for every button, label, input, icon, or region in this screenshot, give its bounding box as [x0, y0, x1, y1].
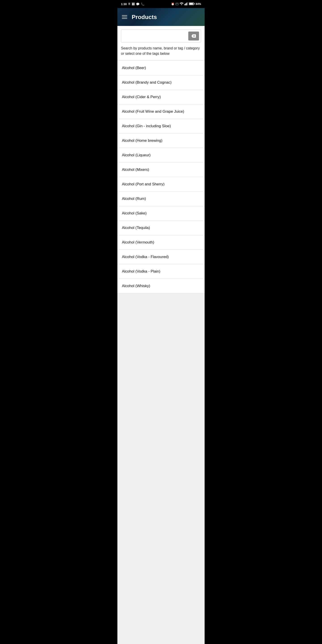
list-item[interactable]: Alcohol (Rum) [118, 192, 204, 206]
chat-icon: 💬 [136, 2, 140, 6]
svg-rect-3 [187, 2, 188, 5]
hamburger-line-2 [122, 17, 127, 17]
list-item[interactable]: Alcohol (Gin - including Sloe) [118, 119, 204, 134]
list-item[interactable]: Alcohol (Mixers) [118, 162, 204, 177]
list-item[interactable]: Alcohol (Liqueur) [118, 148, 204, 162]
svg-rect-1 [185, 3, 186, 5]
list-item[interactable]: Alcohol (Brandy and Cognac) [118, 75, 204, 90]
svg-rect-0 [184, 4, 185, 5]
header-background [118, 8, 204, 26]
wifi-icon [180, 2, 184, 6]
main-content: Search by products name, brand or tag / … [118, 26, 204, 644]
search-input[interactable] [121, 31, 186, 41]
list-item[interactable]: Alcohol (Vermouth) [118, 235, 204, 250]
svg-rect-2 [186, 3, 187, 5]
list-item[interactable]: Alcohol (Vodka - Flavoured) [118, 250, 204, 264]
list-item[interactable]: Alcohol (Whisky) [118, 279, 204, 294]
list-item[interactable]: Alcohol (Cider & Perry) [118, 90, 204, 104]
page-title: Products [132, 14, 157, 20]
alarm-icon: ⏰ [171, 2, 174, 6]
time-display: 1:30 [121, 2, 127, 6]
hamburger-line-1 [122, 15, 127, 16]
signal-icon [184, 2, 188, 6]
list-item[interactable]: Alcohol (Beer) [118, 61, 204, 75]
status-bar: 1:30 ⠿ 🖼 💬 📞 ⏰ 📳 [118, 0, 204, 8]
svg-rect-5 [194, 3, 194, 4]
vibrate-icon: 📳 [175, 2, 179, 6]
phone-icon: 📞 [141, 2, 144, 6]
backspace-icon [192, 34, 196, 38]
category-list: Alcohol (Beer)Alcohol (Brandy and Cognac… [118, 61, 204, 294]
app-header: Products [118, 8, 204, 26]
list-item[interactable]: Alcohol (Tequila) [118, 221, 204, 235]
search-input-row [121, 30, 201, 42]
list-item[interactable]: Alcohol (Sake) [118, 206, 204, 221]
clear-button[interactable] [188, 32, 199, 40]
list-item[interactable]: Alcohol (Vodka - Plain) [118, 264, 204, 279]
list-item[interactable]: Alcohol (Home brewing) [118, 134, 204, 148]
list-item[interactable]: Alcohol (Fruit Wine and Grape Juice) [118, 104, 204, 119]
svg-rect-6 [189, 3, 193, 4]
gallery-icon: 🖼 [132, 2, 134, 6]
dots-icon: ⠿ [128, 2, 130, 6]
battery-icon [189, 2, 195, 6]
status-left: 1:30 ⠿ 🖼 💬 📞 [121, 2, 144, 6]
menu-button[interactable] [122, 15, 127, 19]
hamburger-line-3 [122, 18, 127, 19]
search-hint: Search by products name, brand or tag / … [121, 46, 201, 56]
battery-percent: 84% [196, 2, 201, 6]
list-item[interactable]: Alcohol (Port and Sherry) [118, 177, 204, 192]
search-area: Search by products name, brand or tag / … [118, 26, 204, 60]
status-right: ⏰ 📳 84% [171, 2, 201, 6]
